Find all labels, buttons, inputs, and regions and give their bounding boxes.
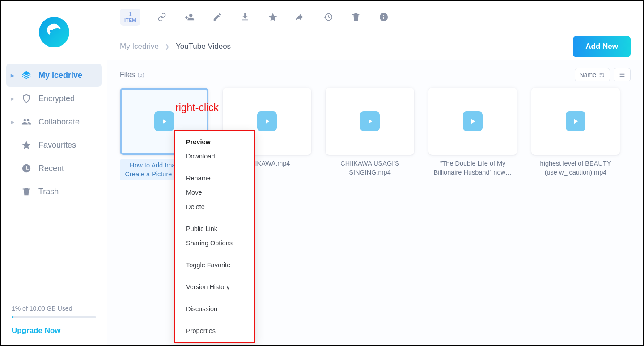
files-count: (5) — [138, 72, 144, 78]
files-label: Files — [120, 71, 135, 79]
list-icon — [619, 71, 626, 78]
link-button[interactable] — [156, 11, 168, 23]
crumb-current: YouTube Videos — [176, 42, 231, 51]
sort-icon — [599, 72, 605, 78]
play-icon — [360, 111, 380, 131]
chevron-right-icon: ▶ — [11, 73, 14, 78]
move-button[interactable] — [294, 11, 307, 23]
ctx-rename[interactable]: Rename — [175, 171, 254, 185]
context-menu: Preview Download Rename Move Delete Publ… — [174, 130, 255, 343]
selection-count-number: 1 — [124, 11, 136, 17]
storage-text: 1% of 10.00 GB Used — [12, 305, 96, 312]
favorite-button[interactable] — [267, 11, 279, 23]
trash-icon — [21, 187, 32, 196]
breadcrumb: My Icedrive ❯ YouTube Videos — [120, 42, 573, 51]
star-icon — [21, 140, 32, 150]
file-name: _highest level of BEAUTY_ (use w_ cautio… — [531, 159, 620, 177]
file-tile[interactable]: “The Double Life of My Billionaire Husba… — [428, 88, 517, 180]
view-toggle-button[interactable] — [614, 68, 631, 81]
icedrive-logo-icon — [38, 16, 71, 49]
storage-panel: 1% of 10.00 GB Used Upgrade Now — [1, 295, 107, 345]
info-icon — [379, 12, 389, 22]
arrow-redo-icon — [296, 12, 305, 22]
chevron-right-icon: ▶ — [11, 120, 14, 124]
file-name: CHIIKAWA USAGI'S SINGING.mp4 — [326, 159, 414, 177]
files-header: Files (5) Name — [120, 68, 631, 81]
ctx-sharing-options[interactable]: Sharing Options — [175, 236, 254, 250]
sidebar-item-label: Collaborate — [38, 117, 80, 127]
person-add-icon — [185, 12, 195, 22]
sidebar-item-my-icedrive[interactable]: ▶ My Icedrive — [6, 64, 102, 87]
app-root: ▶ My Icedrive ▶ Encrypted ▶ Collaborate — [1, 1, 643, 345]
sidebar-item-encrypted[interactable]: ▶ Encrypted — [6, 87, 102, 110]
trash-icon — [351, 12, 361, 22]
rename-button[interactable] — [211, 11, 224, 23]
shield-icon — [21, 94, 32, 103]
sidebar-nav: ▶ My Icedrive ▶ Encrypted ▶ Collaborate — [1, 64, 107, 295]
sort-button[interactable]: Name — [575, 68, 610, 81]
info-button[interactable] — [377, 11, 390, 23]
sort-label: Name — [580, 71, 596, 78]
play-icon — [154, 111, 174, 131]
play-icon — [463, 111, 483, 131]
ctx-version-history[interactable]: Version History — [175, 280, 254, 294]
history-button[interactable] — [322, 11, 335, 23]
link-icon — [157, 12, 167, 22]
sidebar-item-favourites[interactable]: Favourites — [6, 133, 102, 157]
star-icon — [268, 12, 278, 22]
chevron-right-icon: ❯ — [165, 43, 169, 50]
selection-count: 1 ITEM — [120, 9, 140, 26]
sidebar-item-trash[interactable]: Trash — [6, 180, 102, 203]
file-thumb — [428, 88, 517, 155]
sidebar: ▶ My Icedrive ▶ Encrypted ▶ Collaborate — [1, 1, 107, 345]
layers-icon — [21, 70, 32, 80]
files-controls: Name — [575, 68, 631, 81]
ctx-delete[interactable]: Delete — [175, 200, 254, 214]
sidebar-item-label: Favourites — [38, 141, 76, 150]
sidebar-item-label: Trash — [38, 187, 59, 196]
file-tile[interactable]: _highest level of BEAUTY_ (use w_ cautio… — [531, 88, 620, 180]
storage-fill — [12, 316, 13, 318]
file-thumb — [326, 88, 414, 155]
pencil-icon — [212, 12, 222, 22]
add-new-button[interactable]: Add New — [573, 36, 631, 57]
sidebar-item-label: Recent — [38, 164, 64, 173]
ctx-properties[interactable]: Properties — [175, 324, 254, 338]
toolbar: 1 ITEM — [107, 1, 643, 33]
breadcrumb-row: My Icedrive ❯ YouTube Videos Add New — [107, 33, 643, 60]
download-button[interactable] — [239, 11, 251, 23]
crumb-root[interactable]: My Icedrive — [120, 42, 159, 51]
logo — [1, 1, 107, 64]
upgrade-link[interactable]: Upgrade Now — [12, 326, 96, 335]
history-icon — [323, 12, 333, 22]
people-icon — [21, 117, 32, 127]
svg-point-0 — [38, 17, 69, 47]
delete-button[interactable] — [350, 11, 362, 23]
svg-point-1 — [50, 30, 51, 32]
ctx-public-link[interactable]: Public Link — [175, 222, 254, 236]
file-thumb — [531, 88, 620, 155]
sidebar-item-recent[interactable]: Recent — [6, 157, 102, 180]
play-icon — [257, 111, 277, 131]
ctx-preview[interactable]: Preview — [175, 135, 254, 149]
ctx-move[interactable]: Move — [175, 185, 254, 200]
ctx-toggle-favorite[interactable]: Toggle Favorite — [175, 258, 254, 272]
sidebar-item-label: My Icedrive — [38, 71, 82, 80]
sidebar-item-label: Encrypted — [38, 94, 75, 103]
ctx-discussion[interactable]: Discussion — [175, 302, 254, 316]
clock-icon — [21, 163, 32, 173]
ctx-download[interactable]: Download — [175, 149, 254, 163]
storage-bar — [12, 316, 96, 318]
file-tile[interactable]: CHIIKAWA USAGI'S SINGING.mp4 — [326, 88, 414, 180]
file-name: “The Double Life of My Billionaire Husba… — [428, 159, 517, 177]
chevron-right-icon: ▶ — [11, 96, 14, 101]
download-icon — [240, 12, 250, 22]
play-icon — [566, 111, 585, 131]
share-button[interactable] — [183, 11, 196, 23]
selection-count-label: ITEM — [124, 17, 136, 23]
sidebar-item-collaborate[interactable]: ▶ Collaborate — [6, 110, 102, 133]
